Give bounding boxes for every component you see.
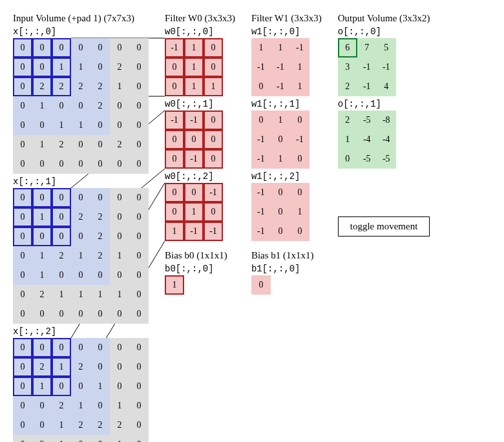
input-column: Input Volume (+pad 1) (7x7x3) x[:,:,0]00… [13,13,149,442]
w1-cell: 0 [251,111,271,130]
input-slice-label: x[:,:,1] [13,176,149,187]
input-cell: 0 [13,38,32,58]
input-title: Input Volume (+pad 1) (7x7x3) [13,13,149,24]
output-cell: -1 [357,58,377,77]
input-cell: 2 [90,77,110,96]
w0-cell: -1 [204,222,223,241]
w0-slice-label: w0[:,:,2] [165,171,235,182]
input-cell: 0 [71,266,90,285]
input-cell: 0 [129,116,149,135]
input-cell: 0 [110,377,129,396]
input-cell: 0 [13,396,32,416]
input-cell: 0 [90,396,110,416]
w0-cell: 0 [165,183,184,202]
input-cell: 0 [71,304,90,324]
output-cell: -5 [357,149,377,169]
input-cell: 0 [71,135,90,154]
output-cell: -1 [357,77,377,96]
bias-b0-cell: 1 [165,275,184,295]
w0-cell: -1 [165,111,184,130]
w1-cell: -1 [290,130,310,149]
input-cell: 0 [13,377,32,396]
input-cell: 0 [129,207,149,227]
input-cell: 2 [110,58,129,77]
input-cell: 0 [129,227,149,246]
input-cell: 1 [32,266,52,285]
input-cell: 0 [129,304,149,324]
output-cell: 2 [338,77,357,96]
input-cell: 2 [52,77,71,96]
toggle-movement-button[interactable]: toggle movement [338,216,430,237]
output-column: Output Volume (3x3x2) o[:,:,0]6753-1-12-… [338,13,430,237]
w1-cell: 0 [290,111,310,130]
w0-cell: 0 [165,77,184,96]
w1-cell: 1 [290,58,310,77]
input-slice-label: x[:,:,2] [13,326,149,337]
input-cell: 0 [90,116,110,135]
input-cell: 2 [32,435,52,442]
w0-cell: 0 [204,202,223,222]
input-cell: 1 [52,435,71,442]
w0-cell: 0 [165,130,184,149]
input-cell: 0 [32,227,52,246]
input-cell: 0 [32,154,52,174]
input-cell: 1 [71,116,90,135]
input-cell: 0 [129,396,149,416]
w0-cell: 0 [204,149,223,169]
input-cell: 1 [110,285,129,304]
w0-cell: 0 [204,111,223,130]
w0-cell: 1 [184,77,204,96]
input-cell: 1 [52,357,71,377]
input-cell: 0 [13,154,32,174]
output-cell: 2 [338,111,357,130]
input-cell: 2 [32,357,52,377]
input-cell: 0 [129,38,149,58]
input-cell: 0 [13,266,32,285]
input-cell: 0 [90,304,110,324]
input-cell: 1 [90,285,110,304]
input-cell: 2 [32,77,52,96]
input-cell: 1 [90,377,110,396]
output-cell: 4 [377,77,396,96]
input-cell: 0 [129,377,149,396]
w1-cell: 1 [271,149,290,169]
input-cell: 0 [110,338,129,357]
w0-cell: -1 [184,111,204,130]
output-cell: -8 [377,111,396,130]
w0-cell: -1 [165,38,184,58]
input-cell: 1 [110,246,129,266]
input-cell: 0 [13,357,32,377]
input-cell: 0 [90,266,110,285]
output-cell: -5 [357,111,377,130]
input-cell: 0 [13,246,32,266]
w0-grid: -1-100000-10 [165,111,235,169]
input-cell: 0 [90,135,110,154]
w1-cell: 0 [271,222,290,241]
input-cell: 0 [129,135,149,154]
output-cell: 5 [377,38,396,58]
input-cell: 1 [71,396,90,416]
output-cell: -5 [377,149,396,169]
w1-cell: -1 [290,38,310,58]
input-cell: 1 [71,58,90,77]
w0-cell: -1 [184,222,204,241]
input-slice-label: x[:,:,0] [13,26,149,37]
input-cell: 1 [110,435,129,442]
filter-w1-column: Filter W1 (3x3x3) w1[:,:,0]11-1-1-110-11… [251,13,322,295]
input-cell: 0 [90,154,110,174]
input-cell: 0 [110,188,129,207]
input-cell: 0 [32,338,52,357]
input-cell: 0 [13,188,32,207]
input-cell: 2 [52,396,71,416]
w1-cell: -1 [251,58,271,77]
input-cell: 0 [110,227,129,246]
input-cell: 0 [13,285,32,304]
input-cell: 0 [13,207,32,227]
input-cell: 2 [71,357,90,377]
input-cell: 1 [32,96,52,116]
input-cell: 0 [90,58,110,77]
input-cell: 0 [13,96,32,116]
w0-slice-label: w0[:,:,1] [165,99,235,109]
input-cell: 0 [52,96,71,116]
input-cell: 0 [13,135,32,154]
